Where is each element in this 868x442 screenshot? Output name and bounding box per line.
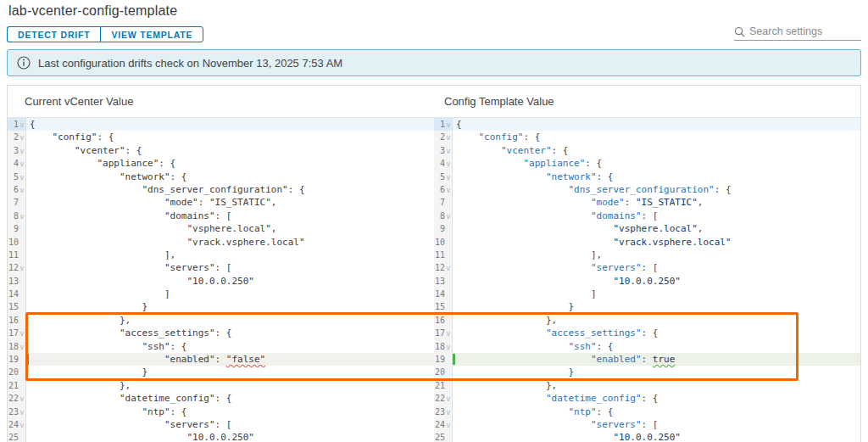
code-line-row[interactable]: 16 }, xyxy=(434,314,860,327)
code-line-row[interactable]: 13 "10.0.0.250" xyxy=(8,275,434,288)
view-template-button[interactable]: VIEW TEMPLATE xyxy=(100,26,203,42)
code-line[interactable]: } xyxy=(26,300,434,313)
fold-arrow-icon[interactable]: v xyxy=(445,340,452,353)
fold-arrow-icon[interactable]: v xyxy=(19,144,25,157)
code-line[interactable]: { xyxy=(26,118,434,131)
code-line[interactable]: ], xyxy=(26,249,434,261)
code-line[interactable]: }, xyxy=(453,314,860,327)
search-input[interactable] xyxy=(749,25,851,37)
code-line[interactable]: "servers": [ xyxy=(26,418,434,431)
code-line-row[interactable]: 18v "ssh": { xyxy=(434,340,860,353)
code-line[interactable]: } xyxy=(453,300,860,313)
code-line[interactable]: ] xyxy=(453,288,860,300)
fold-arrow-icon[interactable]: v xyxy=(19,183,25,196)
code-line[interactable]: "appliance": { xyxy=(453,157,860,170)
code-line-row[interactable]: 19 "enabled": true xyxy=(434,353,860,366)
code-line-row[interactable]: 4v "appliance": { xyxy=(8,157,434,170)
code-line[interactable]: "vsphere.local", xyxy=(26,222,434,235)
code-line-row[interactable]: 12v "servers": [ xyxy=(8,261,434,274)
code-line-row[interactable]: 6v "dns_server_configuration": { xyxy=(8,183,434,196)
code-line[interactable]: }, xyxy=(26,379,434,392)
code-line-row[interactable]: 13 "10.0.0.250" xyxy=(434,275,860,288)
code-line-row[interactable]: 24v "servers": [ xyxy=(434,418,860,431)
code-line-row[interactable]: 17v "access_settings": { xyxy=(8,327,434,339)
code-line[interactable]: ], xyxy=(453,249,860,261)
code-line-row[interactable]: 22v "datetime_config": { xyxy=(434,392,860,405)
code-line[interactable]: "servers": [ xyxy=(26,261,434,274)
fold-arrow-icon[interactable]: v xyxy=(445,418,452,431)
code-line-row[interactable]: 1v{ xyxy=(434,118,860,131)
code-line[interactable]: "10.0.0.250" xyxy=(26,275,434,288)
fold-arrow-icon[interactable]: v xyxy=(445,210,452,222)
fold-arrow-icon[interactable]: v xyxy=(19,131,25,143)
code-line-row[interactable]: 10 "vrack.vsphere.local" xyxy=(434,236,860,249)
code-line-row[interactable]: 23v "ntp": { xyxy=(434,406,860,418)
fold-arrow-icon[interactable]: v xyxy=(445,327,452,339)
code-line[interactable]: "datetime_config": { xyxy=(453,392,860,405)
fold-arrow-icon[interactable]: v xyxy=(19,210,25,222)
code-line-row[interactable]: 18v "ssh": { xyxy=(8,340,434,353)
search-settings-field[interactable] xyxy=(734,25,861,41)
fold-arrow-icon[interactable]: v xyxy=(445,144,452,157)
code-line[interactable]: "enabled": true xyxy=(453,353,860,366)
code-line-row[interactable]: 23v "ntp": { xyxy=(8,406,434,418)
fold-arrow-icon[interactable]: v xyxy=(19,406,25,418)
fold-arrow-icon[interactable]: v xyxy=(445,392,452,405)
code-line[interactable]: "dns_server_configuration": { xyxy=(26,183,434,196)
code-line[interactable]: "10.0.0.250" xyxy=(453,275,860,288)
fold-arrow-icon[interactable]: v xyxy=(19,171,25,183)
fold-arrow-icon[interactable]: v xyxy=(445,131,452,143)
code-line-row[interactable]: 24v "servers": [ xyxy=(8,418,434,431)
code-line[interactable]: "vsphere.local", xyxy=(453,222,860,235)
code-line-row[interactable]: 6v "dns_server_configuration": { xyxy=(434,183,860,196)
code-line-row[interactable]: 5v "network": { xyxy=(434,171,860,183)
code-line-row[interactable]: 3v "vcenter": { xyxy=(434,144,860,157)
code-line[interactable]: "vcenter": { xyxy=(26,144,434,157)
code-line[interactable]: "dns_server_configuration": { xyxy=(453,183,860,196)
code-line[interactable]: "datetime_config": { xyxy=(26,392,434,405)
code-line[interactable]: "enabled": "false" xyxy=(26,353,434,366)
code-line-row[interactable]: 11 ], xyxy=(8,249,434,261)
code-line-row[interactable]: 11 ], xyxy=(434,249,860,261)
code-line-row[interactable]: 8v "domains": [ xyxy=(434,210,860,222)
code-line-row[interactable]: 21 }, xyxy=(8,379,434,392)
code-line[interactable]: }, xyxy=(26,314,434,327)
code-line[interactable]: "mode": "IS_STATIC", xyxy=(453,196,860,209)
code-line-row[interactable]: 12v "servers": [ xyxy=(434,261,860,274)
code-line-row[interactable]: 2v "config": { xyxy=(8,131,434,143)
code-line[interactable]: "servers": [ xyxy=(453,418,860,431)
code-line[interactable]: "ntp": { xyxy=(26,406,434,418)
fold-arrow-icon[interactable]: v xyxy=(19,118,25,131)
code-line[interactable]: "mode": "IS_STATIC", xyxy=(26,196,434,209)
code-line[interactable]: "access_settings": { xyxy=(453,327,860,339)
code-line[interactable]: "ssh": { xyxy=(453,340,860,353)
code-line[interactable]: "servers": [ xyxy=(453,261,860,274)
code-line-row[interactable]: 16 }, xyxy=(8,314,434,327)
code-line-row[interactable]: 1v{ xyxy=(8,118,434,131)
code-line-row[interactable]: 14 ] xyxy=(434,288,860,300)
fold-arrow-icon[interactable]: v xyxy=(445,261,452,274)
code-line-row[interactable]: 21 }, xyxy=(434,379,860,392)
fold-arrow-icon[interactable]: v xyxy=(19,261,25,274)
code-line[interactable]: "config": { xyxy=(26,131,434,143)
fold-arrow-icon[interactable]: v xyxy=(445,406,452,418)
fold-arrow-icon[interactable]: v xyxy=(19,327,25,339)
code-line-row[interactable]: 2v "config": { xyxy=(434,131,860,143)
fold-arrow-icon[interactable]: v xyxy=(445,118,452,131)
code-line[interactable]: "config": { xyxy=(453,131,860,143)
code-line-row[interactable]: 20 } xyxy=(8,366,434,378)
code-line[interactable]: "vrack.vsphere.local" xyxy=(453,236,860,249)
code-line-row[interactable]: 3v "vcenter": { xyxy=(8,144,434,157)
code-line-row[interactable]: 25 "10.0.0.250" xyxy=(8,431,434,442)
code-line[interactable]: { xyxy=(453,118,860,131)
fold-arrow-icon[interactable]: v xyxy=(445,183,452,196)
code-line-row[interactable]: 7 "mode": "IS_STATIC", xyxy=(8,196,434,209)
code-line-row[interactable]: 5v "network": { xyxy=(8,171,434,183)
code-line-row[interactable]: 14 ] xyxy=(8,288,434,300)
code-line-row[interactable]: 15 } xyxy=(8,300,434,313)
code-line-row[interactable]: 4v "appliance": { xyxy=(434,157,860,170)
code-line[interactable]: }, xyxy=(453,379,860,392)
fold-arrow-icon[interactable]: v xyxy=(19,392,25,405)
code-line[interactable]: "domains": [ xyxy=(453,210,860,222)
fold-arrow-icon[interactable]: v xyxy=(19,340,25,353)
